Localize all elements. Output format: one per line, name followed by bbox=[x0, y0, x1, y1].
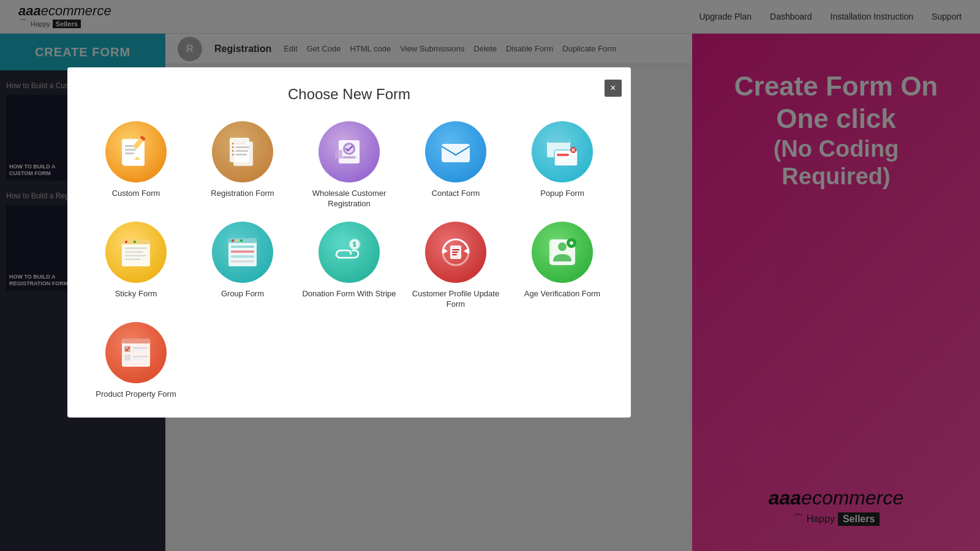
svg-point-46 bbox=[240, 239, 243, 242]
svg-rect-40 bbox=[125, 255, 146, 257]
age-form-icon bbox=[532, 222, 593, 283]
svg-point-44 bbox=[232, 239, 234, 242]
svg-rect-49 bbox=[231, 255, 254, 258]
svg-point-36 bbox=[129, 241, 132, 243]
svg-rect-32 bbox=[557, 154, 569, 156]
registration-form-icon bbox=[212, 121, 273, 182]
form-option-contact[interactable]: Contact Form bbox=[405, 121, 506, 209]
donation-form-label: Donation Form With Stripe bbox=[302, 289, 396, 299]
form-option-age[interactable]: Age Verification Form bbox=[512, 222, 612, 310]
svg-rect-19 bbox=[236, 154, 247, 156]
svg-rect-17 bbox=[236, 146, 249, 148]
svg-rect-57 bbox=[452, 249, 459, 250]
modal-close-button[interactable]: × bbox=[605, 80, 622, 97]
profile-form-label: Customer Profile Update Form bbox=[405, 289, 506, 310]
svg-point-45 bbox=[236, 239, 238, 242]
form-option-donation[interactable]: $ Donation Form With Stripe bbox=[299, 222, 399, 310]
custom-form-icon bbox=[105, 121, 167, 182]
svg-point-35 bbox=[125, 241, 127, 243]
svg-rect-27 bbox=[547, 139, 570, 143]
svg-rect-71 bbox=[133, 356, 148, 358]
svg-rect-39 bbox=[125, 251, 143, 253]
svg-rect-41 bbox=[125, 258, 140, 260]
age-form-label: Age Verification Form bbox=[524, 289, 600, 299]
svg-rect-38 bbox=[125, 247, 147, 249]
svg-point-61 bbox=[558, 242, 567, 251]
form-option-profile[interactable]: Customer Profile Update Form bbox=[405, 222, 506, 310]
svg-rect-23 bbox=[342, 156, 356, 159]
popup-form-label: Popup Form bbox=[540, 189, 584, 199]
contact-form-icon bbox=[425, 121, 486, 182]
donation-form-icon: $ bbox=[318, 222, 380, 283]
modal-title: Choose New Form bbox=[288, 86, 410, 102]
sticky-form-icon bbox=[105, 222, 167, 283]
svg-rect-18 bbox=[236, 150, 248, 152]
wholesale-form-icon bbox=[318, 121, 380, 182]
svg-marker-55 bbox=[464, 248, 469, 254]
choose-form-modal: Choose New Form × bbox=[67, 67, 631, 418]
group-form-icon bbox=[212, 222, 273, 283]
popup-form-icon bbox=[532, 121, 593, 182]
svg-point-37 bbox=[134, 241, 136, 243]
form-option-product[interactable]: Product Property Form bbox=[86, 322, 186, 400]
modal-header: Choose New Form × bbox=[86, 86, 612, 103]
svg-text:$: $ bbox=[353, 241, 356, 248]
svg-rect-70 bbox=[124, 354, 130, 361]
svg-marker-54 bbox=[443, 248, 448, 254]
svg-rect-66 bbox=[122, 339, 150, 343]
group-form-label: Group Form bbox=[221, 289, 264, 299]
svg-rect-72 bbox=[133, 359, 144, 360]
svg-rect-7 bbox=[125, 152, 134, 154]
svg-rect-58 bbox=[452, 252, 458, 253]
custom-form-label: Custom Form bbox=[112, 189, 160, 199]
svg-rect-48 bbox=[231, 250, 254, 253]
svg-rect-50 bbox=[231, 260, 254, 263]
contact-form-label: Contact Form bbox=[432, 189, 480, 199]
svg-rect-68 bbox=[133, 347, 148, 349]
svg-rect-47 bbox=[231, 246, 254, 248]
wholesale-form-label: Wholesale Customer Registration bbox=[299, 189, 399, 209]
registration-form-label: Registration Form bbox=[211, 189, 274, 199]
svg-rect-69 bbox=[133, 350, 144, 351]
modal-grid: Custom Form bbox=[86, 121, 612, 399]
svg-rect-64 bbox=[571, 241, 573, 245]
svg-rect-59 bbox=[452, 254, 457, 255]
svg-rect-25 bbox=[442, 144, 470, 162]
form-option-sticky[interactable]: Sticky Form bbox=[86, 222, 186, 310]
svg-rect-24 bbox=[335, 150, 342, 159]
profile-form-icon bbox=[425, 222, 486, 283]
svg-rect-6 bbox=[125, 149, 136, 151]
product-form-label: Product Property Form bbox=[96, 389, 176, 400]
form-option-custom[interactable]: Custom Form bbox=[86, 121, 186, 209]
product-form-icon bbox=[105, 322, 167, 383]
sticky-form-label: Sticky Form bbox=[115, 289, 157, 299]
form-option-group[interactable]: Group Form bbox=[192, 222, 293, 310]
form-option-popup[interactable]: Popup Form bbox=[512, 121, 612, 209]
form-option-registration[interactable]: Registration Form bbox=[192, 121, 293, 209]
modal-overlay: Choose New Form × bbox=[0, 0, 980, 551]
form-option-wholesale[interactable]: Wholesale Customer Registration bbox=[299, 121, 399, 209]
